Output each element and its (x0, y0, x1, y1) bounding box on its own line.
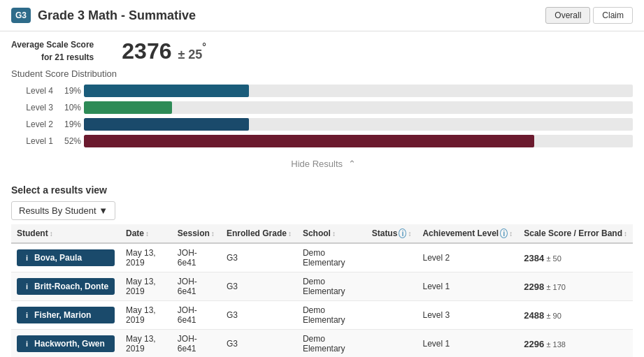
dist-title: Student Score Distribution (11, 68, 633, 79)
status-cell-2 (366, 301, 417, 330)
bar-fill-3 (84, 135, 534, 147)
school-cell-0: Demo Elementary (297, 243, 366, 272)
score-value-0: 2384 (524, 253, 544, 263)
score-value-2: 2488 (524, 310, 544, 321)
avg-score-block: 2376 ± 25° (122, 38, 206, 64)
bar-fill-0 (84, 85, 249, 97)
status-cell-0 (366, 243, 417, 272)
col-header-0[interactable]: Student↕ (11, 224, 120, 243)
col-label-5: Status (372, 228, 398, 238)
bar-label-0: Level 4 (11, 86, 53, 96)
grade-cell-0: G3 (221, 243, 297, 272)
results-view-dropdown[interactable]: Results By Student ▼ (11, 201, 115, 220)
school-cell-2: Demo Elementary (297, 301, 366, 330)
avg-section: Average Scale Score for 21 results 2376 … (0, 31, 644, 64)
results-table: Student↕Date↕Session↕Enrolled Grade↕Scho… (11, 224, 633, 357)
student-cell-0[interactable]: i Bova, Paula (11, 243, 120, 272)
sort-icon-4: ↕ (332, 230, 336, 238)
score-error-3: ± 138 (547, 340, 566, 349)
sort-icon-6: ↕ (509, 230, 513, 238)
student-badge-0: i (22, 252, 31, 263)
bar-pct-2: 19% (59, 119, 81, 129)
student-cell-2[interactable]: i Fisher, Marion (11, 301, 120, 330)
hide-results-label: Hide Results (291, 159, 343, 169)
score-cell-3: 2296 ± 138 (518, 330, 633, 358)
bar-track-2 (84, 118, 633, 131)
table-row: i Hackworth, Gwen May 13, 2019 JOH-6e41 … (11, 330, 633, 358)
chevron-down-icon: ▼ (99, 205, 108, 216)
col-header-1[interactable]: Date↕ (120, 224, 172, 243)
status-cell-1 (366, 272, 417, 301)
bar-row-0: Level 4 19% (11, 85, 633, 97)
sort-icon-0: ↕ (50, 230, 53, 238)
score-cell-0: 2384 ± 50 (518, 243, 633, 272)
student-badge-1: i (22, 281, 31, 292)
student-name-3: Hackworth, Gwen (34, 339, 105, 349)
col-header-4[interactable]: School↕ (297, 224, 366, 243)
bar-row-1: Level 3 10% (11, 101, 633, 114)
bar-track-1 (84, 101, 633, 114)
achievement-cell-3: Level 1 (417, 330, 518, 358)
score-pm: ± 25 (178, 48, 202, 61)
sort-icon-5: ↕ (408, 230, 411, 238)
bar-pct-1: 10% (59, 103, 81, 112)
student-cell-3[interactable]: i Hackworth, Gwen (11, 330, 120, 358)
score-error-1: ± 170 (547, 283, 566, 291)
col-header-3[interactable]: Enrolled Grade↕ (221, 224, 297, 243)
avg-label-line3: results (66, 52, 94, 62)
bar-row-2: Level 2 19% (11, 118, 633, 131)
student-badge-2: i (22, 309, 31, 321)
session-cell-2: JOH-6e41 (172, 301, 221, 330)
table-body: i Bova, Paula May 13, 2019 JOH-6e41 G3 D… (11, 243, 633, 357)
overall-button[interactable]: Overall (545, 7, 590, 24)
date-cell-2: May 13, 2019 (120, 301, 172, 330)
bar-pct-0: 19% (59, 86, 81, 96)
avg-score-value: 2376 ± 25° (122, 38, 206, 64)
page-header: G3 Grade 3 Math - Summative Overall Clai… (0, 0, 644, 31)
bar-label-2: Level 2 (11, 119, 53, 129)
bar-label-3: Level 1 (11, 136, 53, 146)
table-row: i Britt-Roach, Donte May 13, 2019 JOH-6e… (11, 272, 633, 301)
table-header-row: Student↕Date↕Session↕Enrolled Grade↕Scho… (11, 224, 633, 243)
dropdown-label: Results By Student (19, 205, 96, 216)
score-error-2: ± 90 (547, 312, 561, 320)
bar-fill-1 (84, 101, 172, 114)
claim-button[interactable]: Claim (593, 7, 633, 24)
session-cell-1: JOH-6e41 (172, 272, 221, 301)
avg-label-line1: Average Scale Score (11, 40, 94, 50)
sort-icon-2: ↕ (211, 230, 215, 238)
hide-results-button[interactable]: Hide Results ⌃ (0, 152, 644, 176)
student-cell-1[interactable]: i Britt-Roach, Donte (11, 272, 120, 301)
col-header-5[interactable]: Statusi↕ (366, 224, 417, 243)
col-label-7: Scale Score / Error Band (524, 228, 622, 238)
achievement-cell-0: Level 2 (417, 243, 518, 272)
student-badge-3: i (22, 338, 31, 349)
session-cell-0: JOH-6e41 (172, 243, 221, 272)
col-label-2: Session (178, 228, 210, 238)
col-label-3: Enrolled Grade (227, 228, 287, 238)
bar-fill-2 (84, 118, 249, 131)
avg-label-line2: for (41, 52, 52, 62)
student-name-1: Britt-Roach, Donte (34, 282, 108, 291)
score-degree: ° (202, 41, 206, 52)
header-buttons: Overall Claim (545, 7, 633, 24)
chevron-up-icon: ⌃ (348, 159, 356, 169)
info-icon-5[interactable]: i (399, 228, 406, 238)
score-value-3: 2296 (524, 339, 544, 349)
select-view-section: Select a results view Results By Student… (0, 176, 644, 224)
col-header-6[interactable]: Achievement Leveli↕ (417, 224, 518, 243)
col-header-7[interactable]: Scale Score / Error Band↕ (518, 224, 633, 243)
date-cell-3: May 13, 2019 (120, 330, 172, 358)
school-cell-1: Demo Elementary (297, 272, 366, 301)
student-name-0: Bova, Paula (34, 253, 82, 263)
col-header-2[interactable]: Session↕ (172, 224, 221, 243)
header-left: G3 Grade 3 Math - Summative (11, 8, 196, 23)
grade-cell-2: G3 (221, 301, 297, 330)
grade-cell-1: G3 (221, 272, 297, 301)
score-error-0: ± 50 (547, 254, 561, 263)
info-icon-6[interactable]: i (500, 228, 508, 238)
sort-icon-7: ↕ (624, 230, 627, 238)
student-name-2: Fisher, Marion (34, 310, 91, 320)
bar-pct-3: 52% (59, 136, 81, 146)
sort-icon-1: ↕ (145, 230, 149, 238)
